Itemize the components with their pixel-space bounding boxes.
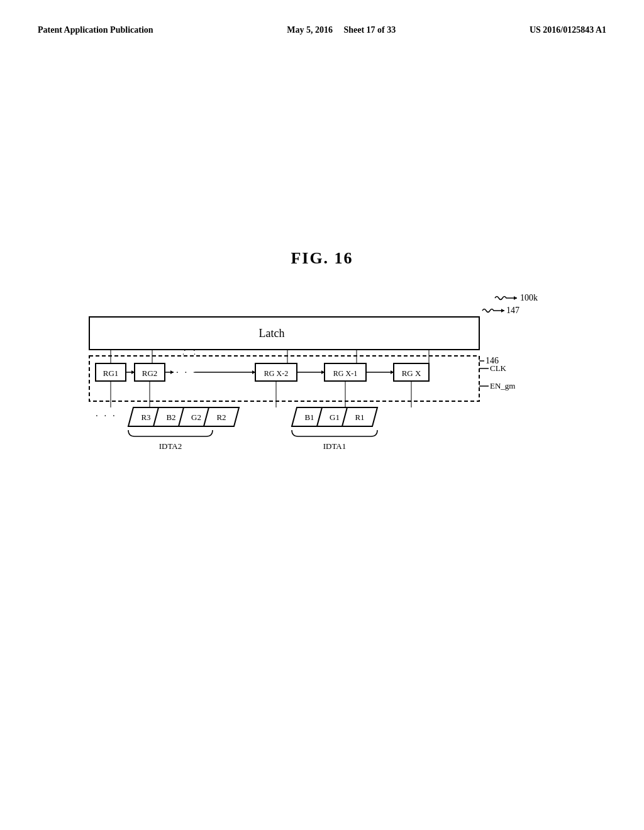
data-label-r3: R3 [141,412,150,422]
data-label-g2: G2 [191,412,201,422]
clk-label: CLK [490,363,507,373]
date-label: May 5, 2016 [287,25,333,35]
reg-rgx2-label: RG X-2 [264,369,288,378]
svg-marker-1 [501,309,504,313]
publication-label: Patent Application Publication [38,25,153,35]
latch-label: Latch [259,327,285,340]
sheet-info: May 5, 2016 Sheet 17 of 33 [287,25,396,35]
patent-number: US 2016/0125843 A1 [530,25,606,35]
data-ellipsis: · · · [96,411,117,421]
engm-label: EN_gm [490,381,515,390]
reg-rg1-label: RG1 [103,368,119,378]
svg-marker-13 [170,370,174,374]
label-100k: 100k [520,293,538,302]
figure-title: FIG. 16 [0,249,644,268]
data-label-r2: R2 [216,412,226,422]
reg-rg2-label: RG2 [142,368,158,378]
svg-text:· · ·: · · · [176,367,197,377]
idta1-label: IDTA1 [323,441,347,451]
sheet-label: Sheet 17 of 33 [343,25,396,35]
data-label-g1: G1 [330,412,340,422]
brace-idta1 [292,430,377,436]
reg-rgx1-label: RG X-1 [333,369,357,378]
reg-rgx-label: RG X [402,368,421,378]
idta2-label: IDTA2 [159,441,182,451]
data-label-r1: R1 [355,412,364,422]
brace-idta2 [128,430,213,436]
svg-text:. .: . . [182,348,199,357]
data-label-b2: B2 [166,412,175,422]
data-label-b1: B1 [304,412,314,422]
svg-marker-0 [514,296,517,300]
label-147: 147 [506,306,519,315]
page-header: Patent Application Publication May 5, 20… [0,0,644,35]
